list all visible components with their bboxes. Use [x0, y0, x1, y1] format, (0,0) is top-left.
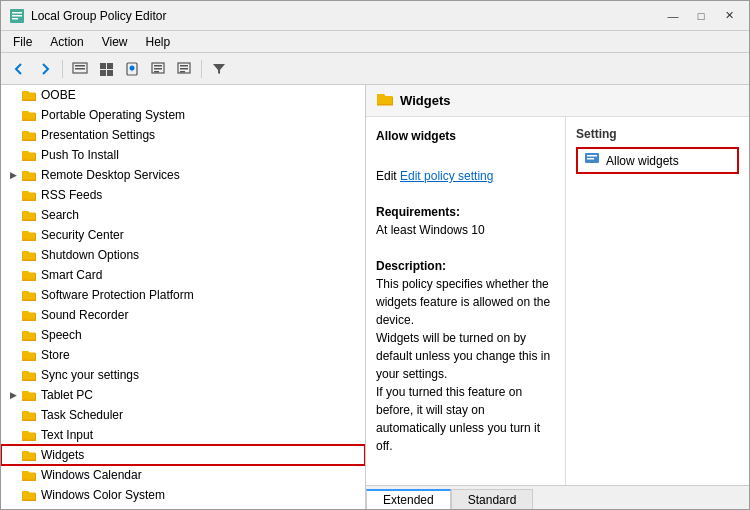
tree-item-tablet-pc[interactable]: ▶ Tablet PC: [1, 385, 365, 405]
right-header-icon: [376, 91, 394, 111]
svg-rect-19: [180, 65, 188, 67]
tree-label-windows-calendar: Windows Calendar: [41, 468, 142, 482]
tree-item-widgets[interactable]: ▶ Widgets: [1, 445, 365, 465]
svg-rect-3: [12, 18, 18, 20]
tree-label-software-protection: Software Protection Platform: [41, 288, 194, 302]
tree-item-smart-card[interactable]: ▶ Smart Card: [1, 265, 365, 285]
svg-rect-2: [12, 15, 22, 17]
maximize-button[interactable]: □: [689, 6, 713, 26]
tree-item-windows-color[interactable]: ▶ Windows Color System: [1, 485, 365, 505]
menu-view[interactable]: View: [94, 32, 136, 52]
left-panel[interactable]: ▶ OOBE ▶ Portable Operating System ▶ Pre…: [1, 85, 366, 509]
right-panel-title: Widgets: [400, 93, 450, 108]
toolbar-btn-4[interactable]: [94, 57, 118, 81]
tree-item-security-center[interactable]: ▶ Security Center: [1, 225, 365, 245]
allow-widgets-title: Allow widgets: [376, 127, 555, 145]
toolbar-separator-2: [201, 60, 202, 78]
folder-icon-rss: [21, 188, 37, 202]
menu-help[interactable]: Help: [138, 32, 179, 52]
tree-item-sync-settings[interactable]: ▶ Sync your settings: [1, 365, 365, 385]
svg-rect-6: [75, 68, 85, 70]
folder-icon-windows-customer: [21, 508, 37, 509]
folder-icon-software-protection: [21, 288, 37, 302]
tab-extended[interactable]: Extended: [366, 489, 451, 509]
right-header: Widgets: [366, 85, 749, 117]
tree-item-presentation[interactable]: ▶ Presentation Settings: [1, 125, 365, 145]
back-button[interactable]: [7, 57, 31, 81]
tree-label-windows-color: Windows Color System: [41, 488, 165, 502]
tree-label-shutdown: Shutdown Options: [41, 248, 139, 262]
right-body: Allow widgets Edit Edit policy setting R…: [366, 117, 749, 485]
tree-item-sound-recorder[interactable]: ▶ Sound Recorder: [1, 305, 365, 325]
tree-item-text-input[interactable]: ▶ Text Input: [1, 425, 365, 445]
svg-rect-24: [587, 158, 594, 160]
svg-text:?: ?: [131, 67, 134, 73]
svg-rect-5: [75, 65, 85, 67]
right-panel: Widgets Allow widgets Edit Edit policy s…: [366, 85, 749, 509]
svg-rect-23: [587, 155, 597, 157]
tree-label-security-center: Security Center: [41, 228, 124, 242]
folder-icon-security-center: [21, 228, 37, 242]
tree-item-store[interactable]: ▶ Store: [1, 345, 365, 365]
menu-file[interactable]: File: [5, 32, 40, 52]
svg-rect-7: [100, 63, 106, 69]
folder-icon-task-scheduler: [21, 408, 37, 422]
description-text: This policy specifies whether the widget…: [376, 275, 555, 455]
folder-icon-search: [21, 208, 37, 222]
menu-action[interactable]: Action: [42, 32, 91, 52]
toolbar-btn-3[interactable]: [68, 57, 92, 81]
tree-label-text-input: Text Input: [41, 428, 93, 442]
tree-item-rss[interactable]: ▶ RSS Feeds: [1, 185, 365, 205]
tree-item-oobe[interactable]: ▶ OOBE: [1, 85, 365, 105]
main-content: ▶ OOBE ▶ Portable Operating System ▶ Pre…: [1, 85, 749, 509]
folder-icon-text-input: [21, 428, 37, 442]
tree-item-push-to-install[interactable]: ▶ Push To Install: [1, 145, 365, 165]
tree-item-shutdown[interactable]: ▶ Shutdown Options: [1, 245, 365, 265]
tree-item-windows-customer[interactable]: ▶ Windows Customer Experience Improvemen…: [1, 505, 365, 509]
toolbar-btn-5[interactable]: ?: [120, 57, 144, 81]
tree-label-sync-settings: Sync your settings: [41, 368, 139, 382]
tree-item-speech[interactable]: ▶ Speech: [1, 325, 365, 345]
svg-rect-1: [12, 12, 22, 14]
tree-item-search[interactable]: ▶ Search: [1, 205, 365, 225]
tree-item-remote-desktop[interactable]: ▶ Remote Desktop Services: [1, 165, 365, 185]
folder-icon-windows-calendar: [21, 468, 37, 482]
allow-widgets-setting[interactable]: Allow widgets: [576, 147, 739, 174]
toolbar-separator-1: [62, 60, 63, 78]
tree-label-smart-card: Smart Card: [41, 268, 102, 282]
svg-rect-15: [154, 65, 162, 67]
forward-button[interactable]: [33, 57, 57, 81]
description-title: Description:: [376, 257, 555, 275]
toolbar-btn-6[interactable]: [146, 57, 170, 81]
tree-item-portable-os[interactable]: ▶ Portable Operating System: [1, 105, 365, 125]
setting-item-icon: [584, 152, 600, 169]
tree-label-remote-desktop: Remote Desktop Services: [41, 168, 180, 182]
folder-icon-oobe: [21, 88, 37, 102]
edit-policy-label: Edit Edit policy setting: [376, 167, 555, 185]
requirements-title: Requirements:: [376, 203, 555, 221]
folder-icon-smart-card: [21, 268, 37, 282]
filter-button[interactable]: [207, 57, 231, 81]
bottom-tabs: Extended Standard: [366, 485, 749, 509]
folder-icon-windows-color: [21, 488, 37, 502]
folder-icon-portable-os: [21, 108, 37, 122]
arrow-remote-desktop: ▶: [5, 167, 21, 183]
tree-label-widgets: Widgets: [41, 448, 84, 462]
close-button[interactable]: ✕: [717, 6, 741, 26]
tree-label-windows-customer: Windows Customer Experience Improvement: [41, 508, 282, 509]
tree-label-search: Search: [41, 208, 79, 222]
toolbar-btn-7[interactable]: [172, 57, 196, 81]
tree-item-windows-calendar[interactable]: ▶ Windows Calendar: [1, 465, 365, 485]
policy-setting-link[interactable]: Edit policy setting: [400, 169, 493, 183]
tree-item-task-scheduler[interactable]: ▶ Task Scheduler: [1, 405, 365, 425]
arrow-tablet-pc: ▶: [5, 387, 21, 403]
settings-column-header: Setting: [576, 127, 739, 141]
tab-standard[interactable]: Standard: [451, 489, 534, 509]
folder-icon-sync-settings: [21, 368, 37, 382]
settings-panel: Setting Allow widgets: [566, 117, 749, 485]
folder-icon-store: [21, 348, 37, 362]
tree-item-software-protection[interactable]: ▶ Software Protection Platform: [1, 285, 365, 305]
minimize-button[interactable]: —: [661, 6, 685, 26]
folder-icon-tablet-pc: [21, 388, 37, 402]
tree-label-oobe: OOBE: [41, 88, 76, 102]
